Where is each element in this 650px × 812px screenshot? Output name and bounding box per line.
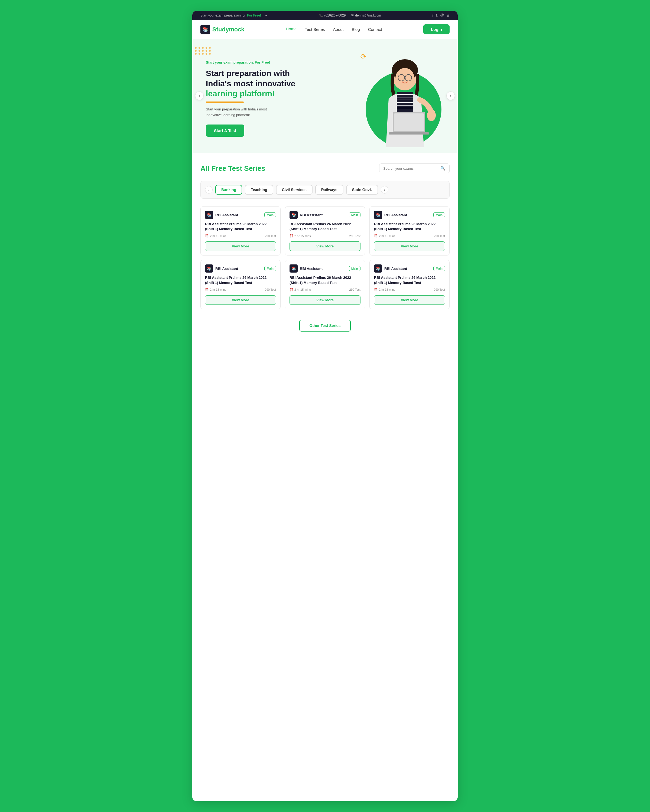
mail-icon: ✉	[351, 14, 354, 17]
test-card-2: 📚 RBI Assistant Main RBI Assistant Preli…	[285, 206, 365, 255]
twitter-icon[interactable]: 𝕥	[436, 14, 438, 18]
card-org-info: 📚 RBI Assistant	[205, 211, 238, 219]
nav-blog[interactable]: Blog	[352, 27, 360, 32]
card-tests: 290 Test	[349, 288, 361, 291]
card-title: RBI Assistant Prelims 26 March 2022 (Shi…	[289, 222, 361, 231]
card-meta: ⏰ 2 hr 15 mins 290 Test	[374, 234, 445, 238]
card-org-name: RBI Assistant	[215, 267, 238, 271]
view-more-button-3[interactable]: View More	[374, 241, 445, 251]
nav-about[interactable]: About	[333, 27, 344, 32]
card-tests: 290 Test	[265, 234, 276, 238]
card-time-value: 2 hr 15 mins	[379, 234, 395, 238]
card-time-value: 2 hr 15 mins	[294, 288, 311, 291]
card-time: ⏰ 2 hr 15 mins	[289, 234, 311, 238]
card-logo-icon: 📚	[205, 211, 213, 219]
view-more-button-4[interactable]: View More	[205, 295, 276, 305]
view-more-button-6[interactable]: View More	[374, 295, 445, 305]
main-content: All Free Test Series 🔍 ‹ Banking Teachin…	[192, 153, 458, 348]
card-header: 📚 RBI Assistant Main	[374, 211, 445, 219]
card-title: RBI Assistant Prelims 26 March 2022 (Shi…	[205, 275, 276, 285]
card-header: 📚 RBI Assistant Main	[205, 264, 276, 273]
hero-section: ‹ Start your exam preparation. For Free!…	[192, 39, 458, 153]
hero-prev-button[interactable]: ‹	[195, 92, 203, 100]
tab-state-govt[interactable]: State Govt.	[346, 185, 378, 195]
section-title: All Free Test Series	[200, 164, 265, 173]
nav-links: Home Test Series About Blog Contact	[286, 26, 382, 32]
card-tests: 290 Test	[434, 288, 445, 291]
card-badge: Main	[349, 212, 361, 217]
view-more-button-1[interactable]: View More	[205, 241, 276, 251]
card-title: RBI Assistant Prelims 26 March 2022 (Shi…	[374, 222, 445, 231]
card-logo-icon: 📚	[374, 211, 382, 219]
card-title: RBI Assistant Prelims 26 March 2022 (Shi…	[289, 275, 361, 285]
nav-contact[interactable]: Contact	[368, 27, 382, 32]
card-header: 📚 RBI Assistant Main	[289, 211, 361, 219]
search-input[interactable]	[383, 166, 438, 171]
card-time-value: 2 hr 15 mins	[379, 288, 395, 291]
card-meta: ⏰ 2 hr 15 mins 290 Test	[289, 288, 361, 292]
card-meta: ⏰ 2 hr 15 mins 290 Test	[289, 234, 361, 238]
search-icon[interactable]: 🔍	[440, 166, 445, 171]
card-org-name: RBI Assistant	[384, 267, 407, 271]
card-logo-icon: 📚	[374, 264, 382, 273]
card-meta: ⏰ 2 hr 15 mins 290 Test	[374, 288, 445, 292]
other-test-series-section: Other Test Series	[200, 317, 450, 337]
card-time: ⏰ 2 hr 15 mins	[205, 234, 226, 238]
nav-test-series[interactable]: Test Series	[305, 27, 325, 32]
search-box: 🔍	[379, 163, 450, 173]
tab-civil-services[interactable]: Civil Services	[276, 185, 312, 195]
tab-banking[interactable]: Banking	[215, 185, 242, 195]
card-tests: 290 Test	[265, 288, 276, 291]
card-org-name: RBI Assistant	[300, 213, 323, 217]
card-badge: Main	[433, 212, 445, 217]
tabs-prev-button[interactable]: ‹	[205, 186, 213, 194]
cards-grid: 📚 RBI Assistant Main RBI Assistant Preli…	[200, 206, 450, 309]
card-time-value: 2 hr 15 mins	[210, 234, 226, 238]
login-button[interactable]: Login	[423, 24, 450, 34]
card-tests: 290 Test	[349, 234, 361, 238]
logo[interactable]: 📚 Studymock	[200, 24, 245, 34]
navbar: 📚 Studymock Home Test Series About Blog …	[192, 20, 458, 39]
card-meta: ⏰ 2 hr 15 mins 290 Test	[205, 234, 276, 238]
hero-description: Start your preparation with India's most…	[206, 107, 295, 118]
card-org-name: RBI Assistant	[215, 213, 238, 217]
hero-image-area: ⟳	[347, 50, 450, 147]
phone-number: (616)267-0029	[324, 14, 346, 17]
contact-info: 📞 (616)267-0029 ✉ dennis@mail.com	[319, 14, 381, 17]
view-more-button-5[interactable]: View More	[289, 295, 361, 305]
card-tests: 290 Test	[434, 234, 445, 238]
card-time: ⏰ 2 hr 15 mins	[374, 234, 395, 238]
card-header: 📚 RBI Assistant Main	[289, 264, 361, 273]
card-badge: Main	[265, 266, 276, 271]
section-title-1: All Free	[200, 164, 228, 172]
nav-home[interactable]: Home	[286, 26, 297, 32]
hero-tagline: Start your exam preparation. For Free!	[206, 60, 295, 64]
card-org-info: 📚 RBI Assistant	[374, 211, 407, 219]
skype-icon[interactable]: ⓢ	[440, 13, 444, 18]
tab-teaching[interactable]: Teaching	[245, 185, 273, 195]
facebook-icon[interactable]: f	[432, 14, 433, 18]
hero-next-button[interactable]: ›	[446, 92, 455, 100]
logo-icon: 📚	[200, 24, 210, 34]
test-card-5: 📚 RBI Assistant Main RBI Assistant Preli…	[285, 260, 365, 309]
card-logo-icon: 📚	[205, 264, 213, 273]
card-badge: Main	[433, 266, 445, 271]
promo-label: Start your exam preparation for	[200, 14, 245, 17]
start-test-button[interactable]: Start A Test	[206, 125, 244, 137]
view-more-button-2[interactable]: View More	[289, 241, 361, 251]
email-contact: ✉ dennis@mail.com	[351, 14, 381, 17]
logo-text: Studymock	[213, 26, 245, 33]
phone-contact: 📞 (616)267-0029	[319, 14, 346, 17]
logo-text-1: Study	[213, 26, 229, 33]
card-org-name: RBI Assistant	[300, 267, 323, 271]
tabs-next-button[interactable]: ›	[381, 186, 388, 194]
arrow-right-icon: →	[265, 14, 268, 17]
card-logo-icon: 📚	[289, 211, 298, 219]
tab-railways[interactable]: Railways	[315, 185, 343, 195]
hero-content: Start your exam preparation. For Free! S…	[206, 60, 295, 136]
promo-text: Start your exam preparation for For Free…	[200, 14, 268, 17]
svg-rect-17	[429, 108, 433, 116]
other-test-series-button[interactable]: Other Test Series	[299, 320, 351, 331]
instagram-icon[interactable]: ⊕	[447, 14, 450, 18]
social-links: f 𝕥 ⓢ ⊕	[432, 13, 450, 18]
